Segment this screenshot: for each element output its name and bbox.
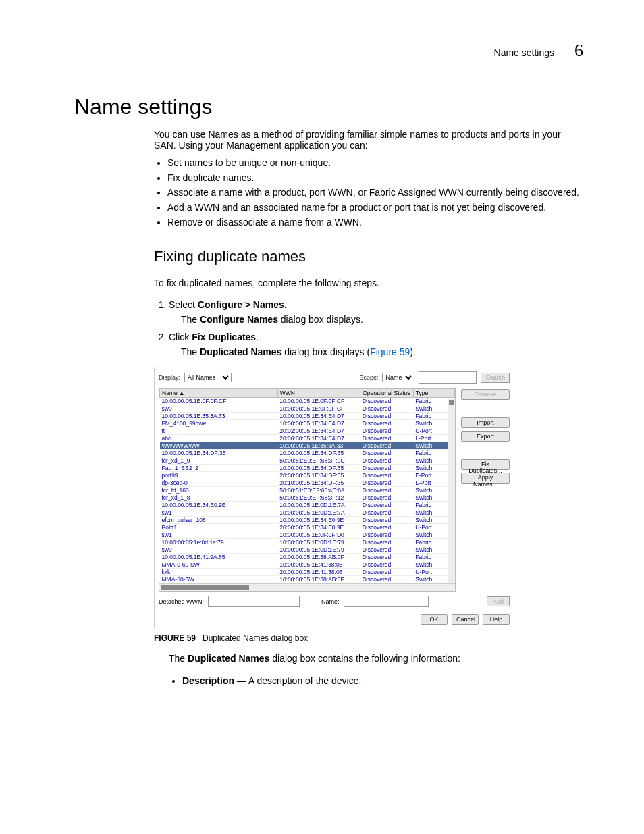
duplicated-names-dialog: Display: All Names Scope: Name Search Na… [154, 367, 514, 629]
section-intro: To fix duplicated names, complete the fo… [154, 277, 583, 290]
header-title: Name settings [494, 47, 554, 58]
search-button[interactable]: Search [481, 373, 510, 383]
display-label: Display: [159, 374, 180, 381]
figure-caption: FIGURE 59 Duplicated Names dialog box [154, 633, 583, 643]
info-list: Description — A description of the devic… [169, 675, 583, 686]
table-row[interactable]: tt20:02:00:05:1E:34:E4:D7DiscoveredU-Por… [160, 427, 455, 435]
table-row[interactable]: sw010:00:00:05:1E:0D:1E:79DiscoveredSwit… [160, 546, 455, 554]
col-type[interactable]: Type [413, 389, 454, 398]
display-select[interactable]: All Names [184, 373, 232, 382]
col-status[interactable]: Operational Status [360, 389, 414, 398]
step-2: Click Fix Duplicates. The Duplicated Nam… [169, 332, 583, 357]
table-row[interactable]: Fab_1_SS2_210:00:00:05:1E:34:DF:35Discov… [160, 465, 455, 472]
page-title: Name settings [74, 95, 583, 120]
table-row[interactable]: WWWWWWW10:00:00:05:1E:35:3A:33Discovered… [160, 442, 455, 450]
list-item: Fix duplicate names. [167, 172, 583, 183]
scope-select[interactable]: Name [382, 373, 414, 382]
step-1-sub: The Configure Names dialog box displays. [181, 314, 583, 325]
scope-input[interactable] [419, 371, 477, 384]
figure-link[interactable]: Figure 59 [370, 346, 410, 357]
table-row[interactable]: 10:00:00:05:1E:0F:0F:CF10:00:00:05:1E:0F… [160, 398, 455, 405]
names-table: Name ▲ WWN Operational Status Type 10:00… [159, 388, 455, 583]
table-row[interactable]: port9920:00:00:05:1E:34:DF:35DiscoveredE… [160, 472, 455, 479]
table-row[interactable]: fcr_fd_16050:00:51:E0:EF:66:4E:0ADiscove… [160, 487, 455, 494]
horizontal-scrollbar[interactable] [159, 583, 455, 591]
add-button[interactable]: Add [487, 596, 510, 606]
list-item: Add a WWN and an associated name for a p… [167, 202, 583, 213]
step-2-sub: The Duplicated Names dialog box displays… [181, 346, 583, 357]
table-row[interactable]: Pofrt120:00:00:05:1E:34:E0:9EDiscoveredU… [160, 524, 455, 531]
list-item: Description — A description of the devic… [182, 675, 583, 686]
section-heading: Fixing duplicate names [154, 246, 583, 267]
apply-names-button[interactable]: Apply Names... [461, 473, 510, 484]
intro-paragraph: You can use Names as a method of providi… [154, 129, 583, 151]
page-header: Name settings 6 [74, 41, 583, 61]
name-input[interactable] [344, 596, 429, 607]
fix-duplicates-button[interactable]: Fix Duplicates... [461, 459, 510, 470]
table-row[interactable]: kkk20:00:00:05:1E:41:38:05DiscoveredU-Po… [160, 569, 455, 576]
detached-wwn-input[interactable] [208, 596, 300, 607]
col-wwn[interactable]: WWN [277, 389, 360, 398]
vertical-scrollbar[interactable] [448, 399, 455, 591]
table-row[interactable]: dp-3ced-020:10:00:05:1E:34:DF:35Discover… [160, 479, 455, 487]
list-item: Set names to be unique or non-unique. [167, 157, 583, 168]
table-row[interactable]: MMA-60-SW10:00:00:05:1E:38:AB:0FDiscover… [160, 576, 455, 583]
table-row[interactable]: fcr_xd_1_850:00:51:E0:EF:68:3F:12Discove… [160, 494, 455, 502]
table-row[interactable]: 10:00:00:05:1E:34:E0:9E10:00:00:05:1E:0D… [160, 502, 455, 509]
step-1: Select Configure > Names. The Configure … [169, 299, 583, 325]
list-item: Remove or disassociate a name from a WWN… [167, 217, 583, 228]
table-row[interactable]: fcr_xd_1_950:00:51:E0:EF:68:3F:0CDiscove… [160, 457, 455, 465]
import-button[interactable]: Import [461, 417, 510, 428]
table-row[interactable]: sw110:00:00:05:1E:0D:1E:7ADiscoveredSwit… [160, 509, 455, 517]
cancel-button[interactable]: Cancel [452, 614, 479, 625]
table-row[interactable]: MMA-0-60-SW10:00:00:05:1E:41:38:05Discov… [160, 561, 455, 569]
col-name[interactable]: Name ▲ [160, 389, 278, 398]
table-row[interactable]: sw010:00:00:05:1E:0F:0F:CFDiscoveredSwit… [160, 405, 455, 413]
help-button[interactable]: Help [483, 614, 510, 625]
table-row[interactable]: FM_4100_99qwe10:00:00:05:1E:34:E4:D7Disc… [160, 420, 455, 427]
table-row[interactable]: abc20:06:00:05:1E:34:E4:D7DiscoveredL-Po… [160, 435, 455, 442]
table-row[interactable]: 10:00:00:05:1e:0d:1e:7910:00:00:05:1E:0D… [160, 539, 455, 546]
detached-wwn-label: Detached WWN: [159, 598, 204, 605]
name-field-label: Name: [321, 598, 340, 605]
table-row[interactable]: 10:00:00:05:1E:34:DF:3510:00:00:05:1E:34… [160, 450, 455, 457]
scope-label: Scope: [359, 374, 378, 381]
table-row[interactable]: efcm_pulsar_10810:00:00:05:1E:34:E0:9EDi… [160, 517, 455, 524]
names-table-wrap: Name ▲ WWN Operational Status Type 10:00… [159, 388, 456, 592]
procedure-steps: Select Configure > Names. The Configure … [154, 299, 583, 357]
table-row[interactable]: 10:00:00:05:1E:41:9A:8510:00:00:05:1E:38… [160, 554, 455, 561]
list-item: Associate a name with a product, port WW… [167, 187, 583, 198]
chapter-number: 6 [574, 41, 583, 61]
export-button[interactable]: Export [461, 431, 510, 442]
table-row[interactable]: sw110:00:00:05:1E:0F:0F:D0DiscoveredSwit… [160, 531, 455, 539]
ok-button[interactable]: OK [421, 614, 448, 625]
post-figure-text: The Duplicated Names dialog box contains… [169, 652, 583, 666]
table-row[interactable]: 10:00:00:05:1E:35:3A:3310:00:00:05:1E:34… [160, 413, 455, 420]
remove-button[interactable]: Remove [461, 389, 510, 400]
feature-list: Set names to be unique or non-unique. Fi… [154, 157, 583, 228]
